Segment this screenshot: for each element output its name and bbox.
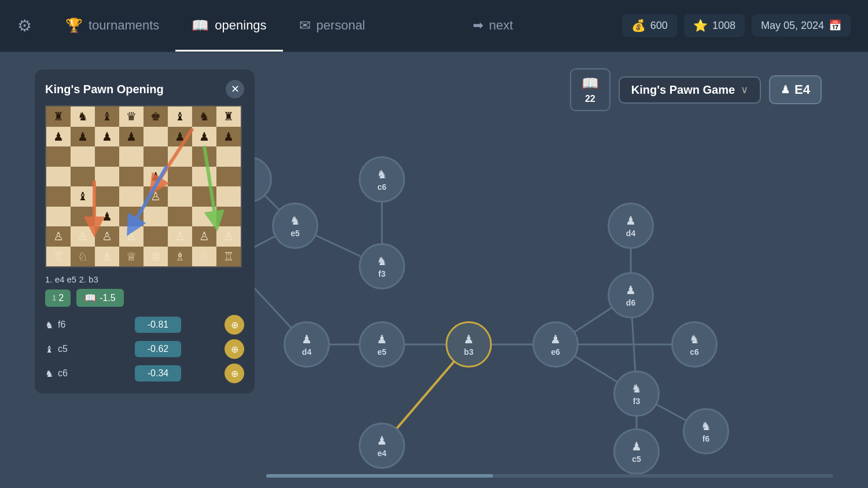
chess-cell xyxy=(144,207,168,227)
move-name: ♞ c6 xyxy=(45,368,91,379)
tree-node-e4_bottom[interactable]: ♟ e4 xyxy=(359,423,405,469)
chess-cell: ♝ xyxy=(71,186,95,207)
chess-cell: ♟ xyxy=(95,127,119,147)
node-piece-icon: ♞ xyxy=(701,419,711,433)
tree-node-f3_right[interactable]: ♞ f3 xyxy=(613,370,660,417)
openings-count-badge: 📖 22 xyxy=(570,68,610,111)
network-button[interactable]: ⊕ xyxy=(225,315,244,335)
chess-cell: ♟ xyxy=(216,127,241,147)
mail-icon: ✉ xyxy=(299,17,311,34)
node-label: d6 xyxy=(626,298,635,307)
next-button[interactable]: ➡ next xyxy=(473,18,513,33)
chess-cell xyxy=(46,186,71,207)
coins-badge: 💰 600 xyxy=(622,14,677,37)
nav-personal[interactable]: ✉ personal xyxy=(283,0,381,52)
chess-cell xyxy=(119,146,144,167)
chess-cell xyxy=(216,186,241,207)
node-label: f6 xyxy=(703,434,709,443)
move-label: f6 xyxy=(58,320,65,330)
coins-icon: 💰 xyxy=(631,19,646,32)
chess-board-wrapper: ♜♞♝♛♚♝♞♜♟♟♟♟♟♟♟♟♝♙♟♙♙♙♙♙♙♙♖♘♗♕♔♗♘♖ xyxy=(45,105,242,267)
chess-cell: ♚ xyxy=(144,107,168,127)
chess-cell xyxy=(144,127,168,147)
nav-tournaments[interactable]: 🏆 tournaments xyxy=(49,0,175,52)
settings-icon[interactable]: ⚙ xyxy=(17,16,32,35)
chess-cell: ♞ xyxy=(192,107,216,127)
chess-cell xyxy=(119,207,144,227)
move-row[interactable]: ♞ f6 -0.81 ⊕ xyxy=(45,315,244,335)
network-button[interactable]: ⊕ xyxy=(225,364,244,383)
tree-node-d4_left[interactable]: ♟ d4 xyxy=(284,321,330,368)
move-name: ♝ c5 xyxy=(45,344,91,355)
chess-board[interactable]: ♜♞♝♛♚♝♞♜♟♟♟♟♟♟♟♟♝♙♟♙♙♙♙♙♙♙♖♘♗♕♔♗♘♖ xyxy=(45,105,242,267)
tree-node-c6_top[interactable]: ♞ c6 xyxy=(359,156,405,203)
node-piece-icon: ♞ xyxy=(377,167,387,181)
chess-cell xyxy=(119,186,144,207)
move-score-value: -1.5 xyxy=(100,293,116,303)
tree-node-e6[interactable]: ♟ e6 xyxy=(532,321,579,368)
chess-cell: ♖ xyxy=(216,247,241,267)
chess-cell: ♟ xyxy=(95,207,119,227)
move-number-badge[interactable]: 1 2 xyxy=(45,289,71,307)
top-navigation: ⚙ 🏆 tournaments 📖 openings ✉ personal ➡ … xyxy=(0,0,868,52)
move-row[interactable]: ♝ c5 -0.62 ⊕ xyxy=(45,339,244,359)
close-button[interactable]: ✕ xyxy=(226,80,244,98)
network-button[interactable]: ⊕ xyxy=(225,339,244,359)
tree-node-f3[interactable]: ♞ f3 xyxy=(359,243,405,289)
chess-cell: ♙ xyxy=(192,226,216,247)
chess-cell xyxy=(168,207,192,227)
chess-cell: ♟ xyxy=(192,127,216,147)
node-label: e5 xyxy=(290,229,300,238)
next-label: next xyxy=(489,18,513,33)
move-num-prefix: 1 xyxy=(52,293,56,302)
chess-cell: ♟ xyxy=(71,127,95,147)
chess-cell xyxy=(192,146,216,167)
e4-label: E4 xyxy=(795,82,810,97)
book-icon: 📖 xyxy=(192,17,209,34)
trophy-icon: 🏆 xyxy=(65,17,83,34)
node-label: f3 xyxy=(633,397,640,406)
move-row[interactable]: ♞ c6 -0.34 ⊕ xyxy=(45,364,244,383)
chess-cell: ♙ xyxy=(216,226,241,247)
close-icon: ✕ xyxy=(231,83,240,96)
tree-node-e5_center[interactable]: ♟ e5 xyxy=(359,321,405,368)
tree-node-c5_right[interactable]: ♟ c5 xyxy=(613,428,660,475)
move-name: ♞ f6 xyxy=(45,320,91,331)
piece-icon: ♞ xyxy=(45,368,53,379)
node-label: e5 xyxy=(377,347,387,357)
chess-cell xyxy=(192,207,216,227)
move-value: -0.81 xyxy=(135,317,181,333)
chess-cell: ♗ xyxy=(168,247,192,267)
chess-cell: ♖ xyxy=(46,247,71,267)
tree-node-f6_right[interactable]: ♞ f6 xyxy=(683,408,729,454)
node-label: c5 xyxy=(632,454,641,464)
tree-node-d6[interactable]: ♟ d6 xyxy=(608,272,654,318)
node-piece-icon: ♞ xyxy=(689,332,700,346)
e4-badge: ♟ E4 xyxy=(769,75,822,104)
openings-badge-icon: 📖 xyxy=(582,75,599,91)
node-piece-icon: ♞ xyxy=(377,254,387,268)
tree-node-c6_right[interactable]: ♞ c6 xyxy=(671,321,718,368)
tree-node-b3[interactable]: ♟ b3 xyxy=(446,321,492,368)
opening-dropdown[interactable]: King's Pawn Game ∨ xyxy=(619,76,761,104)
chess-cell: ♘ xyxy=(71,247,95,267)
chess-cell xyxy=(216,167,241,187)
date-badge: May 05, 2024 📅 xyxy=(752,14,851,36)
tree-node-e5[interactable]: ♞ e5 xyxy=(272,203,318,249)
node-piece-icon: ♟ xyxy=(631,439,642,453)
chess-cell: ♞ xyxy=(71,107,95,127)
chess-cell xyxy=(71,167,95,187)
chess-cell: ♙ xyxy=(119,226,144,247)
chess-cell: ♙ xyxy=(168,226,192,247)
node-label: f3 xyxy=(378,269,385,278)
move-list: ♞ f6 -0.81 ⊕ ♝ c5 -0.62 ⊕ ♞ c6 -0.34 ⊕ xyxy=(45,315,244,383)
node-label: d4 xyxy=(302,347,311,357)
scroll-thumb[interactable] xyxy=(266,474,493,478)
move-value: -0.34 xyxy=(135,365,181,381)
scroll-bar[interactable] xyxy=(266,474,833,478)
main-area: King's Pawn Opening ✕ ♜♞♝♛♚♝♞♜♟♟♟♟♟♟♟♟♝♙… xyxy=(0,52,868,488)
nav-openings[interactable]: 📖 openings xyxy=(175,0,282,52)
stars-badge: ⭐ 1008 xyxy=(684,14,745,37)
chess-cell xyxy=(168,186,192,207)
tree-node-d4_right[interactable]: ♟ d4 xyxy=(608,203,654,249)
